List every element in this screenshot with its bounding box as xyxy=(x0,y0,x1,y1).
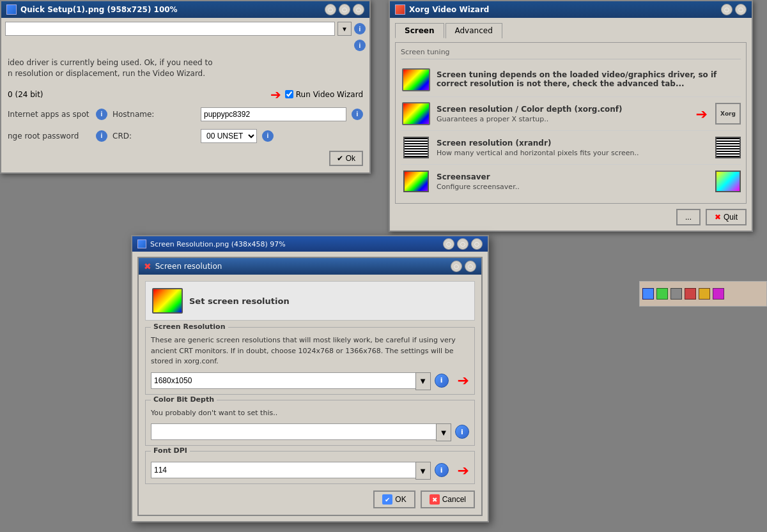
xorgconf-desc: Guarantees a proper X startup.. xyxy=(437,115,691,123)
font-dpi-select[interactable]: 114 96 120 144 xyxy=(151,462,431,478)
crd-select-wrapper: 00 UNSET xyxy=(201,129,257,143)
more-button[interactable]: ... xyxy=(676,209,701,225)
font-dpi-legend: Font DPI xyxy=(151,446,190,455)
xorg-item-screensaver[interactable]: Screensaver Configure screensaver.. xyxy=(401,165,741,198)
xorgconf-btn[interactable]: Xorg xyxy=(715,103,741,125)
run-video-wizard-label[interactable]: Run Video Wizard xyxy=(285,90,363,99)
minimize-button[interactable]: ○ xyxy=(325,4,336,15)
window-controls: ○ ○ ○ xyxy=(325,4,364,15)
color-bit-info-btn[interactable]: i xyxy=(455,425,469,439)
resolution-select-wrapper: 1680x1050 1024x768 1366x768 1920x1080 80… xyxy=(151,372,431,389)
screen-tuning-legend: Screen tuning xyxy=(401,48,741,59)
dialog-close[interactable]: ○ xyxy=(465,261,476,272)
toolbar-row: ▼ i xyxy=(5,22,366,36)
quit-icon: ✖ xyxy=(715,213,721,222)
system-tray xyxy=(639,281,767,307)
screensaver-btn[interactable] xyxy=(715,171,741,192)
screen-res-close[interactable]: ○ xyxy=(471,238,483,250)
tray-icon-3[interactable] xyxy=(670,288,682,300)
second-info-btn[interactable]: i xyxy=(354,40,366,51)
screensaver-desc: Configure screensaver.. xyxy=(437,183,710,191)
screen-res-ok-btn[interactable]: ✔ OK xyxy=(373,490,415,508)
top-info-btn[interactable]: i xyxy=(354,23,366,34)
screensaver-icon-wrap xyxy=(401,169,431,194)
screen-res-dialog-content: Set screen resolution Screen Resolution … xyxy=(139,275,481,515)
crd-select[interactable]: 00 UNSET xyxy=(201,129,257,143)
screen-res-file-icon xyxy=(137,239,146,248)
xrandr-icon-wrap xyxy=(401,135,431,160)
screen-resolution-legend: Screen Resolution xyxy=(151,323,228,331)
tray-icon-1[interactable] xyxy=(642,288,654,300)
screen-res-file-controls: ○ ○ ○ xyxy=(443,238,483,250)
hostname-label: Hostname: xyxy=(112,110,196,119)
quick-setup-window: Quick Setup(1).png (958x725) 100% ○ ○ ○ … xyxy=(0,0,371,174)
run-video-wizard-checkbox[interactable] xyxy=(285,90,293,98)
xorg-item-tuning[interactable]: Screen tuning depends on the loaded vide… xyxy=(401,63,741,97)
font-dpi-select-wrapper: 114 96 120 144 xyxy=(151,462,431,478)
cancel-icon: ✖ xyxy=(430,494,440,505)
video-wizard-row: 0 (24 bit) ➔ Run Video Wizard xyxy=(5,84,366,105)
xorg-title: Xorg Video Wizard xyxy=(409,5,489,14)
color-depth-text: 0 (24 bit) xyxy=(8,90,43,99)
resolution-arrow: ➔ xyxy=(458,372,469,388)
screen-res-cancel-btn[interactable]: ✖ Cancel xyxy=(421,490,475,508)
quick-setup-icon xyxy=(6,4,17,15)
xorg-item-xrandr[interactable]: Screen resolution (xrandr) How many vert… xyxy=(401,131,741,165)
xorg-controls: ○ ○ xyxy=(721,4,747,15)
color-bit-select[interactable] xyxy=(151,423,451,440)
root-info-btn[interactable]: i xyxy=(96,130,107,142)
resolution-info-btn[interactable]: i xyxy=(435,374,449,388)
tab-advanced[interactable]: Advanced xyxy=(445,23,502,38)
banner-monitor-icon xyxy=(152,288,183,314)
screen-resolution-desc: These are generic screen resolutions tha… xyxy=(151,335,469,367)
ok-row: ✔ Ok xyxy=(5,148,366,169)
tab-screen[interactable]: Screen xyxy=(395,23,444,38)
color-bit-depth-group: Color Bit Depth You probably don't want … xyxy=(145,400,475,446)
font-dpi-info-btn[interactable]: i xyxy=(435,463,449,477)
screen-res-dialog-title: Screen resolution xyxy=(155,262,222,271)
screensaver-icon xyxy=(403,171,429,192)
resolution-select[interactable]: 1680x1050 1024x768 1366x768 1920x1080 80… xyxy=(151,372,431,389)
maximize-button[interactable]: ○ xyxy=(339,4,350,15)
xorg-minimize[interactable]: ○ xyxy=(721,4,732,15)
tuning-icon xyxy=(401,67,431,93)
screen-res-dialog: ✖ Screen resolution ○ ○ Set screen resol… xyxy=(137,257,483,516)
xorg-icon xyxy=(395,4,405,15)
internet-info-btn[interactable]: i xyxy=(96,109,107,120)
run-video-wizard-arrow: ➔ xyxy=(270,87,281,102)
color-bit-select-row: i xyxy=(151,423,469,440)
internet-apps-row: Internet apps as spot i Hostname: puppyp… xyxy=(5,105,366,124)
color-bit-desc: You probably don't want to set this.. xyxy=(151,408,469,419)
screen-res-dialog-titlebar: ✖ Screen resolution ○ ○ xyxy=(139,258,481,275)
top-dropdown[interactable] xyxy=(5,22,335,36)
quit-button[interactable]: ✖ Quit xyxy=(706,209,747,225)
xorg-item-xorgconf[interactable]: Screen resolution / Color depth (xorg.co… xyxy=(401,97,741,131)
hostname-input[interactable]: puppypc8392 xyxy=(201,107,346,121)
screen-res-file-title-left: Screen Resolution.png (438x458) 97% xyxy=(137,239,286,248)
crd-label: CRD: xyxy=(112,132,196,141)
xrandr-btn[interactable] xyxy=(715,137,741,158)
xorg-maximize[interactable]: ○ xyxy=(735,4,747,15)
tuning-title: Screen tuning depends on the loaded vide… xyxy=(437,70,741,88)
tab-bar: Screen Advanced xyxy=(395,23,747,38)
font-dpi-group: Font DPI 114 96 120 144 i ➔ xyxy=(145,451,475,484)
banner-text: Set screen resolution xyxy=(189,296,290,306)
dropdown-arrow-btn[interactable]: ▼ xyxy=(337,22,352,36)
screen-res-minimize[interactable]: ○ xyxy=(443,238,454,250)
crd-info-btn[interactable]: i xyxy=(262,130,274,142)
tray-icon-5[interactable] xyxy=(699,288,710,300)
screen-res-file-title: Screen Resolution.png (438x458) 97% xyxy=(150,240,286,248)
xrandr-text: Screen resolution (xrandr) How many vert… xyxy=(437,139,710,157)
monitor-icon-2 xyxy=(402,102,430,125)
root-password-label: nge root password xyxy=(8,132,91,141)
tray-icon-2[interactable] xyxy=(656,288,668,300)
tray-icon-4[interactable] xyxy=(685,288,696,300)
close-button[interactable]: ○ xyxy=(353,4,364,15)
screensaver-text: Screensaver Configure screensaver.. xyxy=(437,172,710,191)
tray-icon-6[interactable] xyxy=(713,288,724,300)
ok-button[interactable]: ✔ Ok xyxy=(329,151,363,166)
dialog-min[interactable]: ○ xyxy=(451,261,462,272)
screen-res-dialog-controls: ○ ○ xyxy=(451,261,476,272)
screen-res-maximize[interactable]: ○ xyxy=(457,238,469,250)
hostname-info-btn[interactable]: i xyxy=(352,109,363,120)
